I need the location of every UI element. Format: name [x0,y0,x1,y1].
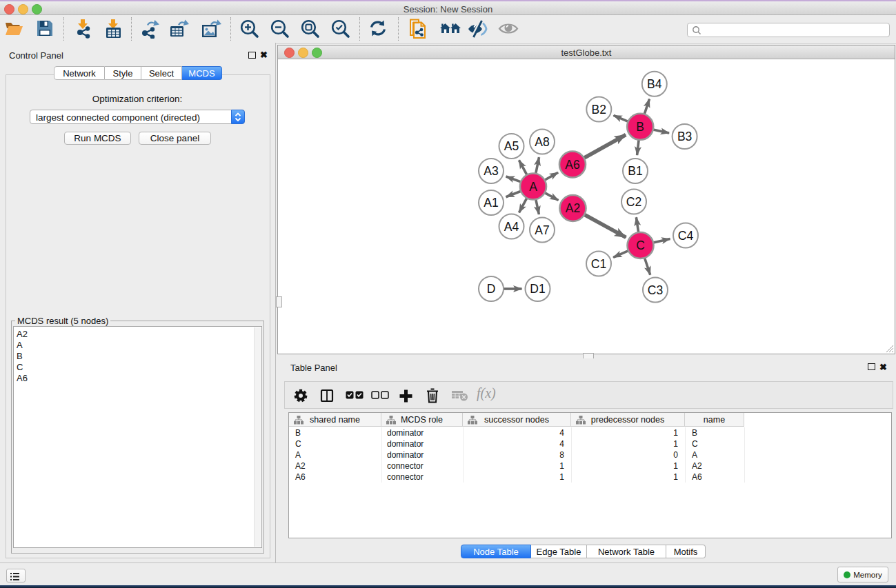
svg-text:A7: A7 [535,223,549,237]
svg-text:B3: B3 [677,130,692,143]
svg-text:B: B [636,120,644,134]
svg-text:C: C [636,239,645,252]
svg-text:C4: C4 [678,229,694,243]
svg-text:A1: A1 [484,196,498,210]
svg-text:B1: B1 [628,164,642,178]
svg-text:A3: A3 [484,164,498,178]
svg-text:A: A [529,180,537,194]
svg-text:A6: A6 [565,158,579,172]
svg-text:D: D [487,282,496,296]
svg-text:C1: C1 [591,257,606,271]
svg-text:A4: A4 [504,220,519,234]
svg-text:A5: A5 [504,139,519,153]
svg-text:D1: D1 [530,282,545,296]
svg-text:C3: C3 [648,283,663,297]
svg-text:B2: B2 [592,103,606,116]
svg-text:B4: B4 [647,77,662,91]
svg-text:A8: A8 [535,135,549,149]
svg-text:C2: C2 [626,195,641,209]
svg-text:A2: A2 [566,201,580,215]
